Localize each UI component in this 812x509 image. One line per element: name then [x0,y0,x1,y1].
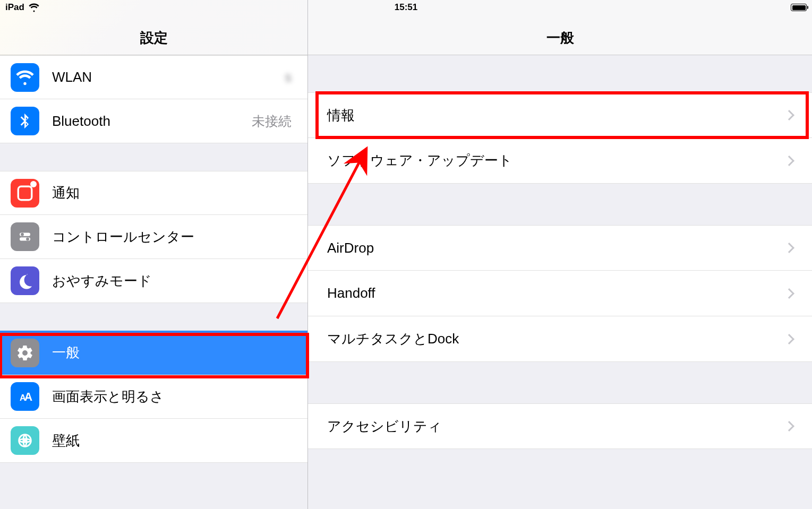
sidebar-item-label: 壁紙 [52,432,307,450]
detail-item-label: AirDrop [327,240,785,256]
status-time: 15:51 [272,2,540,13]
detail-item-airdrop[interactable]: AirDrop [308,225,812,271]
chevron-right-icon [784,334,794,344]
wifi-icon [11,63,39,92]
svg-rect-0 [18,186,32,200]
svg-text:A: A [24,391,32,403]
chevron-right-icon [784,288,794,299]
wallpaper-icon [11,426,39,455]
detail-pane: 一般 情報 ソフトウェア・アップデート AirDrop Handoff [308,0,812,509]
settings-sidebar: 設定 WLAN s Bluetooth 未接続 [0,0,308,509]
sidebar-item-display[interactable]: AA 画面表示と明るさ [0,375,307,419]
device-name: iPad [5,2,24,13]
sidebar-item-label: WLAN [52,69,285,85]
detail-item-softwareupdate[interactable]: ソフトウェア・アップデート [308,138,812,184]
sidebar-item-label: 画面表示と明るさ [52,387,307,406]
sidebar-item-dnd[interactable]: おやすみモード [0,259,307,303]
sidebar-item-wlan[interactable]: WLAN s [0,55,307,99]
sidebar-title: 設定 [140,29,168,47]
wifi-icon [29,2,39,13]
detail-item-multitask[interactable]: マルチタスクとDock [308,316,812,362]
display-icon: AA [11,382,39,411]
detail-item-handoff[interactable]: Handoff [308,271,812,316]
sidebar-item-notifications[interactable]: 通知 [0,171,307,215]
sidebar-item-controlcenter[interactable]: コントロールセンター [0,215,307,259]
sidebar-item-label: 通知 [52,184,307,202]
detail-item-label: アクセシビリティ [327,417,785,436]
control-center-icon [11,222,39,251]
notifications-icon [11,179,39,208]
detail-item-label: 情報 [327,106,785,125]
sidebar-item-value: s [285,70,308,85]
status-bar: iPad 15:51 [0,0,812,15]
svg-point-4 [26,238,29,241]
chevron-right-icon [784,243,794,253]
detail-item-label: ソフトウェア・アップデート [327,151,785,170]
chevron-right-icon [784,421,794,432]
detail-item-label: Handoff [327,285,785,301]
svg-point-2 [21,233,24,236]
chevron-right-icon [784,110,794,120]
sidebar-item-wallpaper[interactable]: 壁紙 [0,419,307,463]
battery-icon [791,4,807,11]
detail-item-about[interactable]: 情報 [308,92,812,138]
detail-item-label: マルチタスクとDock [327,330,785,348]
gear-icon [11,339,39,367]
sidebar-item-label: 一般 [52,343,307,362]
bluetooth-icon [11,107,39,135]
sidebar-item-label: おやすみモード [52,272,307,290]
sidebar-item-label: コントロールセンター [52,228,307,246]
chevron-right-icon [784,156,794,166]
detail-item-accessibility[interactable]: アクセシビリティ [308,403,812,449]
sidebar-item-bluetooth[interactable]: Bluetooth 未接続 [0,99,307,143]
sidebar-item-value: 未接続 [252,113,307,130]
sidebar-item-general[interactable]: 一般 [0,331,307,375]
sidebar-item-label: Bluetooth [52,113,252,130]
moon-icon [11,266,39,295]
detail-title: 一般 [546,29,574,47]
